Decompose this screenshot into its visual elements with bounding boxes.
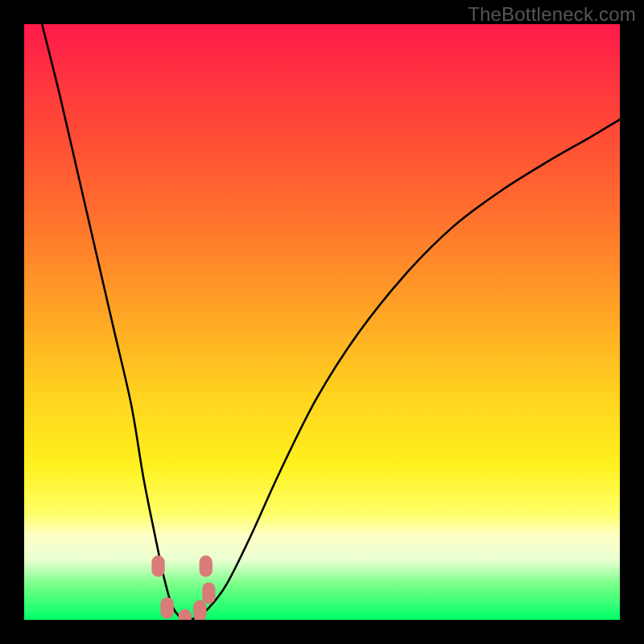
data-markers — [24, 24, 620, 620]
data-marker — [193, 601, 206, 620]
plot-area — [24, 24, 620, 620]
data-marker — [179, 609, 192, 620]
chart-frame: TheBottleneck.com — [0, 0, 644, 644]
watermark-text: TheBottleneck.com — [468, 3, 636, 26]
data-marker — [200, 555, 213, 577]
data-marker — [160, 597, 173, 619]
data-marker — [151, 555, 164, 577]
data-marker — [202, 582, 215, 604]
